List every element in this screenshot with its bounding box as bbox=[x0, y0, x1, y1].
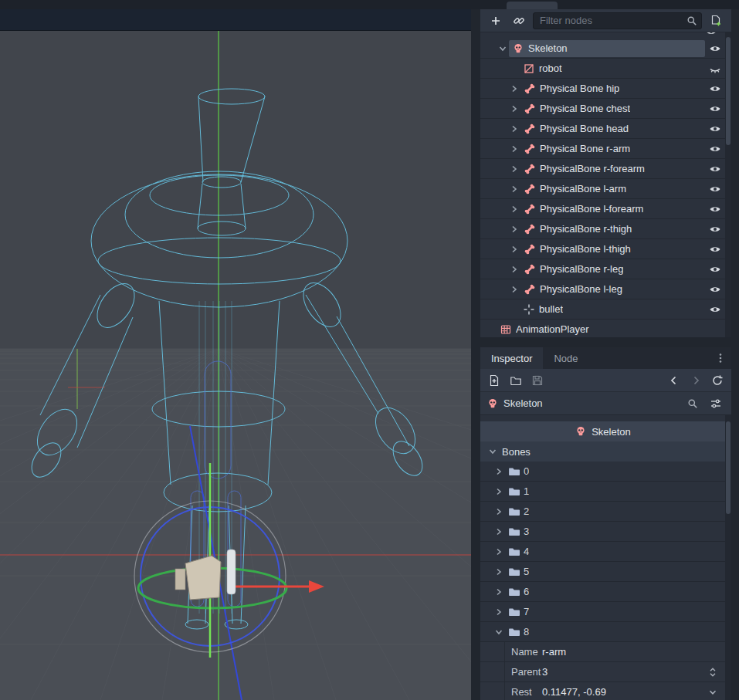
scene-node-physicalbone-r-leg[interactable]: PhysicalBone r-leg bbox=[480, 259, 725, 279]
dock-menu-button[interactable] bbox=[714, 347, 731, 369]
expand-arrow[interactable] bbox=[508, 123, 520, 135]
scene-node-physicalbone-l-thigh[interactable]: PhysicalBone l-thigh bbox=[480, 239, 725, 259]
node-row-content[interactable]: bullet bbox=[520, 301, 705, 318]
visibility-toggle[interactable] bbox=[705, 103, 725, 115]
bone-item-5[interactable]: 5 bbox=[480, 562, 725, 582]
collapse-arrow[interactable] bbox=[493, 626, 505, 638]
instance-scene-button[interactable] bbox=[510, 12, 528, 30]
viewport-canvas[interactable] bbox=[0, 31, 471, 700]
expand-arrow[interactable] bbox=[508, 243, 520, 255]
expand-arrow[interactable] bbox=[493, 465, 505, 478]
spinbox-stepper[interactable] bbox=[707, 666, 719, 678]
history-back-button[interactable] bbox=[665, 371, 683, 390]
value-dropdown[interactable] bbox=[707, 686, 719, 698]
expand-arrow[interactable] bbox=[493, 506, 505, 518]
scene-tree[interactable]: SkeletonrobotPhysical Bone hipPhysical B… bbox=[480, 32, 725, 337]
visibility-toggle[interactable] bbox=[705, 123, 725, 135]
expand-arrow[interactable] bbox=[493, 566, 505, 578]
node-row-content[interactable]: Physical Bone hip bbox=[520, 80, 705, 97]
node-row-content[interactable]: PhysicalBone l-arm bbox=[520, 181, 705, 198]
visibility-toggle[interactable] bbox=[705, 203, 725, 215]
expand-arrow[interactable] bbox=[493, 586, 505, 598]
visibility-toggle[interactable] bbox=[705, 83, 725, 95]
bone-item-7[interactable]: 7 bbox=[480, 602, 725, 622]
property-value[interactable]: r-arm bbox=[542, 646, 725, 658]
node-row-content[interactable]: PhysicalBone l-leg bbox=[520, 281, 705, 298]
history-forward-button[interactable] bbox=[686, 371, 705, 390]
expand-arrow[interactable] bbox=[493, 485, 505, 498]
scene-node-physical-bone-r-arm[interactable]: Physical Bone r-arm bbox=[480, 139, 725, 159]
node-row-content[interactable]: AnimationPlayer bbox=[497, 321, 725, 338]
inspector-content[interactable]: Skeleton Bones 012345678 Namer-armParent… bbox=[480, 415, 725, 700]
property-search-button[interactable] bbox=[683, 394, 702, 413]
add-node-button[interactable] bbox=[486, 12, 505, 30]
bone-item-6[interactable]: 6 bbox=[480, 582, 725, 602]
bone-item-0[interactable]: 0 bbox=[480, 462, 725, 482]
property-value[interactable]: 3 bbox=[542, 666, 725, 678]
node-row-content[interactable]: robot bbox=[520, 60, 705, 77]
visibility-toggle[interactable] bbox=[705, 303, 725, 316]
node-row-content[interactable]: PhysicalBone r-leg bbox=[520, 261, 705, 278]
node-row-content[interactable]: Physical Bone head bbox=[520, 120, 705, 137]
scene-node-robot[interactable]: robot bbox=[480, 59, 725, 79]
visibility-toggle[interactable] bbox=[705, 283, 725, 296]
inspector-tools-button[interactable] bbox=[707, 394, 725, 413]
expand-arrow[interactable] bbox=[493, 606, 505, 618]
scene-node-physicalbone-l-forearm[interactable]: PhysicalBone l-forearm bbox=[480, 199, 725, 219]
node-row-content[interactable]: PhysicalBone r-forearm bbox=[520, 161, 705, 178]
expand-arrow[interactable] bbox=[508, 183, 520, 195]
visibility-toggle[interactable] bbox=[705, 163, 725, 175]
node-row-content[interactable]: PhysicalBone l-forearm bbox=[520, 201, 705, 218]
bone-item-3[interactable]: 3 bbox=[480, 522, 725, 542]
visibility-toggle[interactable] bbox=[705, 263, 725, 276]
load-resource-button[interactable] bbox=[507, 371, 525, 390]
expand-arrow[interactable] bbox=[508, 263, 520, 276]
expand-arrow[interactable] bbox=[508, 103, 520, 115]
save-resource-button[interactable] bbox=[528, 371, 547, 390]
expand-arrow[interactable] bbox=[508, 163, 520, 175]
expand-arrow[interactable] bbox=[508, 283, 520, 296]
scene-tree-scrollbar[interactable] bbox=[725, 32, 731, 337]
filter-nodes-input[interactable] bbox=[533, 12, 702, 29]
tab-inspector[interactable]: Inspector bbox=[480, 347, 543, 369]
expand-arrow[interactable] bbox=[508, 143, 520, 155]
new-resource-button[interactable] bbox=[485, 371, 503, 390]
expand-arrow[interactable] bbox=[508, 223, 520, 235]
visibility-toggle[interactable] bbox=[705, 63, 725, 75]
node-row-content[interactable]: Physical Bone chest bbox=[520, 100, 705, 117]
scene-node-physical-bone-hip[interactable]: Physical Bone hip bbox=[480, 79, 725, 99]
collapse-arrow[interactable] bbox=[497, 42, 509, 55]
expand-arrow[interactable] bbox=[508, 83, 520, 95]
visibility-toggle[interactable] bbox=[705, 42, 725, 55]
scene-node-physical-bone-head[interactable]: Physical Bone head bbox=[480, 119, 725, 139]
node-row-content[interactable]: Skeleton bbox=[509, 40, 705, 57]
node-row-content[interactable]: PhysicalBone l-thigh bbox=[520, 241, 705, 258]
visibility-toggle[interactable] bbox=[705, 223, 725, 235]
node-row-content[interactable]: Physical Bone r-arm bbox=[520, 140, 705, 157]
visibility-toggle[interactable] bbox=[705, 243, 725, 255]
visibility-toggle[interactable] bbox=[705, 143, 725, 155]
expand-arrow[interactable] bbox=[508, 203, 520, 215]
scene-node-physicalbone-l-leg[interactable]: PhysicalBone l-leg bbox=[480, 279, 725, 299]
scene-node-physicalbone-r-thigh[interactable]: PhysicalBone r-thigh bbox=[480, 219, 725, 239]
category-bones[interactable]: Bones bbox=[480, 441, 725, 462]
expand-arrow[interactable] bbox=[493, 526, 505, 538]
bone-item-4[interactable]: 4 bbox=[480, 542, 725, 562]
bone-item-8[interactable]: 8 bbox=[480, 622, 725, 642]
bone-item-2[interactable]: 2 bbox=[480, 502, 725, 522]
inspector-scrollbar[interactable] bbox=[725, 415, 731, 700]
scene-node-animationplayer[interactable]: AnimationPlayer bbox=[480, 320, 725, 337]
object-history-button[interactable] bbox=[708, 371, 727, 390]
viewport-3d[interactable] bbox=[0, 31, 471, 700]
scene-node-physicalbone-l-arm[interactable]: PhysicalBone l-arm bbox=[480, 179, 725, 199]
scene-node-physical-bone-chest[interactable]: Physical Bone chest bbox=[480, 99, 725, 119]
scene-node-bullet[interactable]: bullet bbox=[480, 299, 725, 320]
scene-node-skeleton[interactable]: Skeleton bbox=[480, 39, 725, 59]
expand-arrow[interactable] bbox=[493, 546, 505, 558]
property-value[interactable]: 0.11477, -0.69 bbox=[542, 686, 725, 698]
node-row-content[interactable]: PhysicalBone r-thigh bbox=[520, 221, 705, 238]
visibility-toggle[interactable] bbox=[705, 183, 725, 195]
bone-item-1[interactable]: 1 bbox=[480, 482, 725, 502]
scene-node-physicalbone-r-forearm[interactable]: PhysicalBone r-forearm bbox=[480, 159, 725, 179]
tab-node[interactable]: Node bbox=[543, 347, 588, 369]
